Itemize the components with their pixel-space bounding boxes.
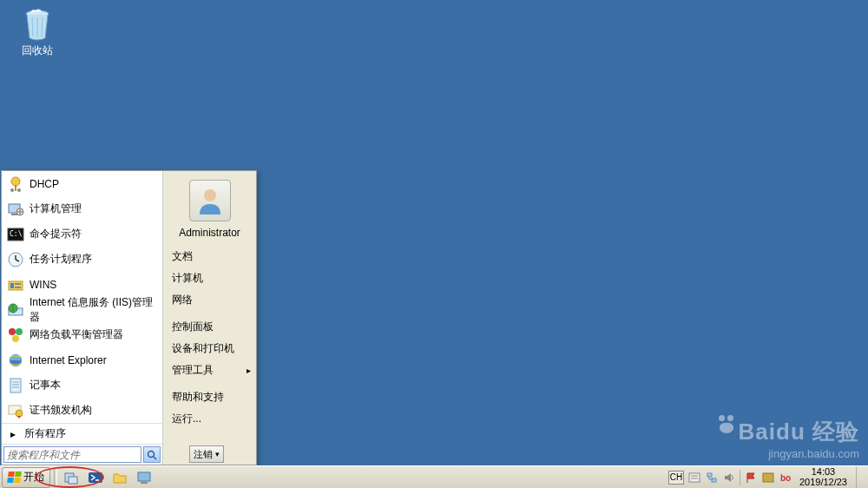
link-label: 网络 <box>172 293 193 307</box>
start-menu-link-run[interactable]: 运行... <box>163 408 256 430</box>
watermark-brand: Baidu 经验 <box>739 419 859 445</box>
program-label: 命令提示符 <box>30 227 82 241</box>
system-tray: CH bo 14:03 2019/12/23 <box>665 466 868 488</box>
windows-flag-icon <box>7 472 22 483</box>
computer-mgmt-icon <box>7 201 24 218</box>
program-label: 任务计划程序 <box>30 252 92 267</box>
start-button[interactable]: 开始 <box>2 467 50 488</box>
start-menu-link-admin-tools[interactable]: 管理工具 <box>163 359 256 381</box>
start-menu: DHCP 计算机管理 C:\ 命令提示符 任务计划程序 WINS <box>1 170 257 465</box>
program-label: DHCP <box>30 178 59 190</box>
start-menu-program-nlb[interactable]: 网络负载平衡管理器 <box>2 322 162 347</box>
start-menu-program-iis[interactable]: Internet 信息服务 (IIS)管理器 <box>2 297 162 322</box>
show-desktop-button[interactable] <box>856 467 865 488</box>
start-menu-link-network[interactable]: 网络 <box>163 289 256 311</box>
logoff-label: 注销 <box>194 448 213 461</box>
recycle-bin-icon <box>22 7 53 42</box>
desktop-icon-recycle-bin[interactable]: 回收站 <box>13 7 62 58</box>
logoff-button[interactable]: 注销 <box>189 445 224 463</box>
server-manager-icon <box>63 470 79 485</box>
svg-rect-40 <box>689 473 700 482</box>
search-icon <box>147 450 157 460</box>
link-label: 计算机 <box>172 271 203 286</box>
quick-launch-explorer[interactable] <box>108 468 132 487</box>
clock-time: 14:03 <box>799 467 847 478</box>
svg-rect-19 <box>15 287 21 288</box>
program-label: 证书颁发机构 <box>30 403 92 418</box>
dhcp-icon <box>7 175 24 193</box>
start-menu-link-devices-printers[interactable]: 设备和打印机 <box>163 338 256 359</box>
svg-point-24 <box>12 335 19 342</box>
user-name: Administrator <box>163 227 256 239</box>
cert-icon <box>7 402 24 419</box>
desktop-icon-label: 回收站 <box>13 43 62 58</box>
svg-point-6 <box>10 188 14 192</box>
svg-point-31 <box>16 410 23 417</box>
svg-point-23 <box>16 328 23 335</box>
watermark: Baidu 经验 jingyan.baidu.com <box>716 417 859 460</box>
start-menu-program-ie[interactable]: Internet Explorer <box>2 347 162 373</box>
tray-flag-icon[interactable] <box>744 471 758 485</box>
search-input[interactable] <box>3 446 141 463</box>
ie-icon <box>7 352 24 369</box>
svg-point-34 <box>204 189 216 201</box>
clock-date: 2019/12/23 <box>799 478 847 488</box>
language-indicator[interactable]: CH <box>668 471 684 485</box>
quick-launch-server-manager[interactable] <box>59 468 83 487</box>
tray-action-icon[interactable] <box>761 471 775 485</box>
start-menu-link-control-panel[interactable]: 控制面板 <box>163 316 256 338</box>
start-menu-all-programs[interactable]: ▸ 所有程序 <box>2 423 162 444</box>
svg-point-22 <box>9 328 16 335</box>
svg-rect-18 <box>15 283 21 285</box>
tray-separator <box>740 470 740 485</box>
program-label: 计算机管理 <box>30 201 82 216</box>
start-menu-user-block: Administrator <box>163 176 256 246</box>
paw-icon <box>716 415 737 436</box>
svg-rect-9 <box>11 214 17 215</box>
tray-audio-icon[interactable] <box>722 471 736 485</box>
search-button[interactable] <box>143 446 161 463</box>
svg-rect-38 <box>138 472 150 481</box>
start-menu-program-dhcp[interactable]: DHCP <box>2 171 162 196</box>
program-label: Internet Explorer <box>30 354 107 366</box>
svg-line-33 <box>154 457 156 459</box>
link-label: 运行... <box>172 412 201 426</box>
start-label: 开始 <box>23 470 44 485</box>
start-menu-link-help[interactable]: 帮助和支持 <box>163 386 256 408</box>
watermark-url: jingyan.baidu.com <box>716 447 859 460</box>
svg-point-32 <box>148 451 155 457</box>
start-menu-program-notepad[interactable]: 记事本 <box>2 373 162 398</box>
svg-rect-39 <box>141 482 148 484</box>
iis-icon <box>7 301 24 319</box>
start-menu-link-computer[interactable]: 计算机 <box>163 267 256 289</box>
nlb-icon <box>7 326 24 344</box>
start-menu-program-cert[interactable]: 证书颁发机构 <box>2 398 162 423</box>
program-label: 网络负载平衡管理器 <box>30 327 123 342</box>
wins-icon <box>7 276 24 293</box>
svg-point-7 <box>17 188 21 192</box>
link-label: 管理工具 <box>172 363 214 378</box>
start-menu-program-cmd[interactable]: C:\ 命令提示符 <box>2 221 162 247</box>
tray-ime2-icon[interactable]: bo <box>779 471 792 485</box>
link-label: 设备和打印机 <box>172 341 234 356</box>
all-programs-label: 所有程序 <box>24 426 66 441</box>
program-label: WINS <box>30 279 56 291</box>
tray-network-icon[interactable] <box>705 471 719 485</box>
tray-ime-icon[interactable] <box>687 471 701 485</box>
svg-text:C:\: C:\ <box>10 230 23 238</box>
start-menu-link-documents[interactable]: 文档 <box>163 246 256 267</box>
notepad-icon <box>7 377 24 394</box>
link-label: 文档 <box>172 249 193 264</box>
link-label: 控制面板 <box>172 320 214 334</box>
svg-rect-36 <box>69 477 77 484</box>
start-menu-program-wins[interactable]: WINS <box>2 272 162 297</box>
program-label: 记事本 <box>30 378 61 392</box>
start-menu-left-panel: DHCP 计算机管理 C:\ 命令提示符 任务计划程序 WINS <box>2 171 163 465</box>
svg-point-4 <box>11 177 20 186</box>
taskbar-clock[interactable]: 14:03 2019/12/23 <box>796 467 851 487</box>
start-menu-program-computer-mgmt[interactable]: 计算机管理 <box>2 196 162 221</box>
svg-rect-45 <box>763 473 773 482</box>
start-menu-program-task-scheduler[interactable]: 任务计划程序 <box>2 247 162 272</box>
quick-launch-show-desktop[interactable] <box>132 468 156 487</box>
quick-launch-powershell[interactable] <box>83 468 108 487</box>
